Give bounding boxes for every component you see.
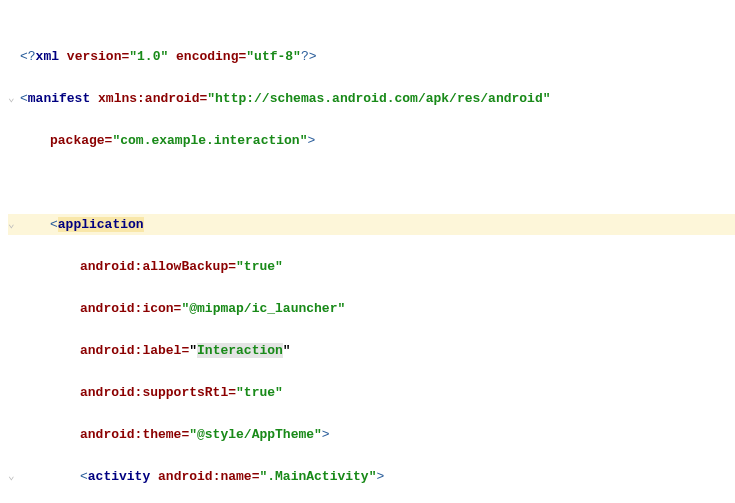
code-line-9: android:supportsRtl="true" [8, 382, 735, 403]
code-line-4 [8, 172, 735, 193]
code-line-6: android:allowBackup="true" [8, 256, 735, 277]
code-line-3: package="com.example.interaction"> [8, 130, 735, 151]
code-line-7: android:icon="@mipmap/ic_launcher" [8, 298, 735, 319]
code-line-1: <?xml version="1.0" encoding="utf-8"?> [8, 46, 735, 67]
code-line-2: ⌄<manifest xmlns:android="http://schemas… [8, 88, 735, 109]
code-line-10: android:theme="@style/AppTheme"> [8, 424, 735, 445]
fold-icon[interactable]: ⌄ [8, 214, 20, 235]
fold-icon[interactable]: ⌄ [8, 88, 20, 109]
code-line-5: ⌄<application [8, 214, 735, 235]
code-editor[interactable]: <?xml version="1.0" encoding="utf-8"?> ⌄… [0, 0, 735, 503]
code-line-8: android:label="Interaction" [8, 340, 735, 361]
fold-icon[interactable]: ⌄ [8, 466, 20, 487]
code-line-11: ⌄<activity android:name=".MainActivity"> [8, 466, 735, 487]
